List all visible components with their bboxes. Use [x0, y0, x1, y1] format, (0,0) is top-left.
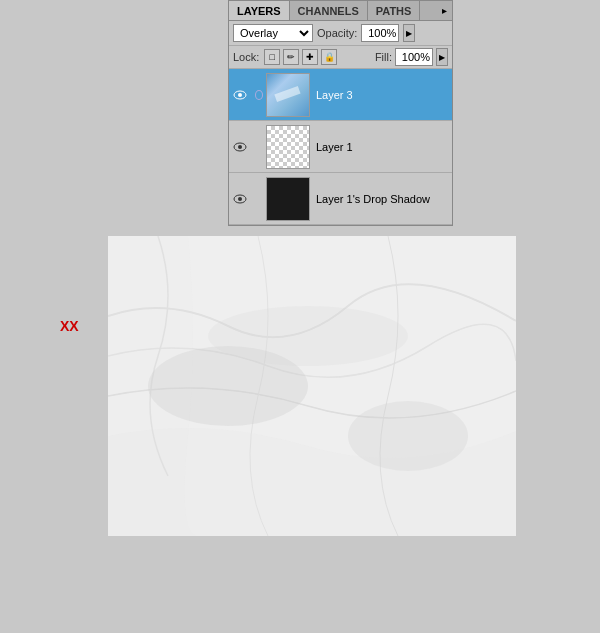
- layer-row[interactable]: Layer 3: [229, 69, 452, 121]
- layers-list: Layer 3 Layer 1: [229, 69, 452, 225]
- lock-label: Lock:: [233, 51, 259, 63]
- lock-position-icon[interactable]: ✚: [302, 49, 318, 65]
- layer-name: Layer 1: [316, 141, 353, 153]
- tab-paths[interactable]: PATHS: [368, 1, 421, 20]
- svg-point-7: [238, 145, 242, 149]
- fill-input[interactable]: [395, 48, 433, 66]
- layers-panel: LAYERS CHANNELS PATHS ▸ Overlay Normal M…: [228, 0, 453, 226]
- layer-link-icon: [252, 177, 266, 221]
- layer-name: Layer 1's Drop Shadow: [316, 193, 430, 205]
- canvas-area: XX LAYERS CHANNELS PATHS ▸: [0, 0, 600, 633]
- fill-arrow[interactable]: ▶: [436, 48, 448, 66]
- layer-row[interactable]: Layer 1's Drop Shadow: [229, 173, 452, 225]
- eye-visibility-icon[interactable]: [231, 138, 249, 156]
- lock-transparent-icon[interactable]: □: [264, 49, 280, 65]
- fill-label: Fill:: [375, 51, 392, 63]
- svg-point-9: [238, 197, 242, 201]
- svg-point-3: [208, 306, 408, 366]
- blend-mode-row: Overlay Normal Multiply Screen Opacity: …: [229, 21, 452, 46]
- opacity-input[interactable]: [361, 24, 399, 42]
- layer-link-icon: [252, 73, 266, 117]
- layer-thumbnail: [266, 177, 310, 221]
- svg-point-5: [238, 93, 242, 97]
- eye-visibility-icon[interactable]: [231, 190, 249, 208]
- xx-label: XX: [60, 318, 79, 334]
- paper-canvas: [108, 236, 516, 536]
- tab-layers[interactable]: LAYERS: [229, 1, 290, 20]
- layer-thumbnail: [266, 73, 310, 117]
- layer-thumbnail: [266, 125, 310, 169]
- tab-channels[interactable]: CHANNELS: [290, 1, 368, 20]
- panel-menu-icon[interactable]: ▸: [437, 3, 452, 18]
- opacity-arrow[interactable]: ▶: [403, 24, 415, 42]
- lock-all-icon[interactable]: 🔒: [321, 49, 337, 65]
- panel-tabs: LAYERS CHANNELS PATHS ▸: [229, 1, 452, 21]
- layer-row[interactable]: Layer 1: [229, 121, 452, 173]
- layer-name: Layer 3: [316, 89, 353, 101]
- lock-row: Lock: □ ✏ ✚ 🔒 Fill: ▶: [229, 46, 452, 69]
- lock-paint-icon[interactable]: ✏: [283, 49, 299, 65]
- opacity-label: Opacity:: [317, 27, 357, 39]
- eye-visibility-icon[interactable]: [231, 86, 249, 104]
- layer-link-icon: [252, 125, 266, 169]
- blend-mode-select[interactable]: Overlay Normal Multiply Screen: [233, 24, 313, 42]
